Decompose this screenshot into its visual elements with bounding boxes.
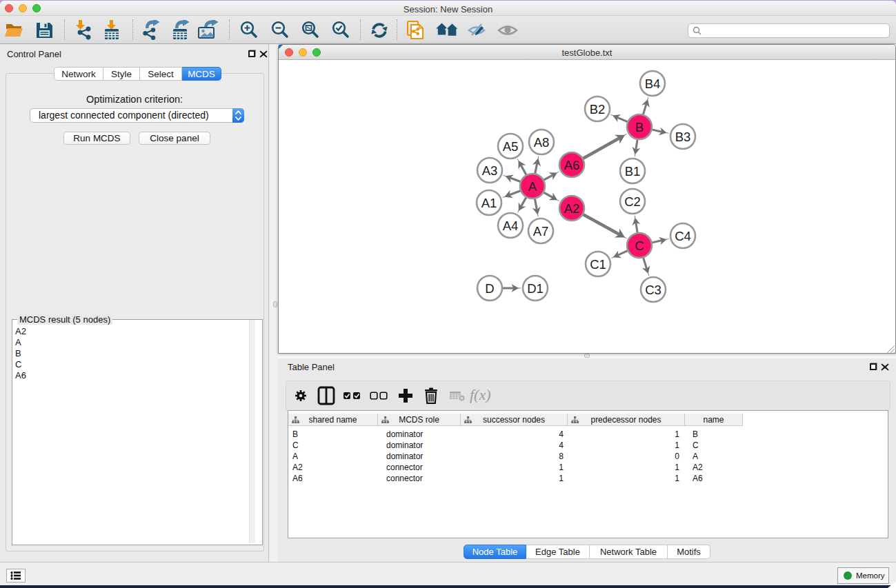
svg-text:A6: A6 (564, 158, 580, 172)
svg-text:B4: B4 (645, 77, 661, 91)
svg-text:C: C (635, 239, 644, 253)
svg-text:D: D (485, 281, 494, 296)
svg-text:A4: A4 (503, 219, 519, 233)
svg-text:A: A (528, 179, 537, 194)
svg-text:B2: B2 (590, 102, 606, 116)
svg-text:f(x): f(x) (470, 387, 491, 403)
svg-text:A7: A7 (533, 224, 549, 239)
svg-text:A1: A1 (481, 196, 497, 210)
svg-text:C3: C3 (645, 283, 661, 297)
svg-text:A8: A8 (534, 135, 550, 150)
svg-text:D1: D1 (527, 281, 544, 296)
svg-text:B: B (635, 120, 644, 134)
svg-text:A3: A3 (482, 163, 498, 178)
svg-text:C2: C2 (624, 194, 641, 209)
svg-text:A2: A2 (564, 201, 580, 216)
svg-text:C1: C1 (590, 257, 606, 272)
svg-text:B1: B1 (625, 164, 641, 179)
svg-text:B3: B3 (675, 130, 691, 144)
svg-text:C4: C4 (675, 229, 691, 243)
svg-text:A5: A5 (503, 139, 519, 154)
